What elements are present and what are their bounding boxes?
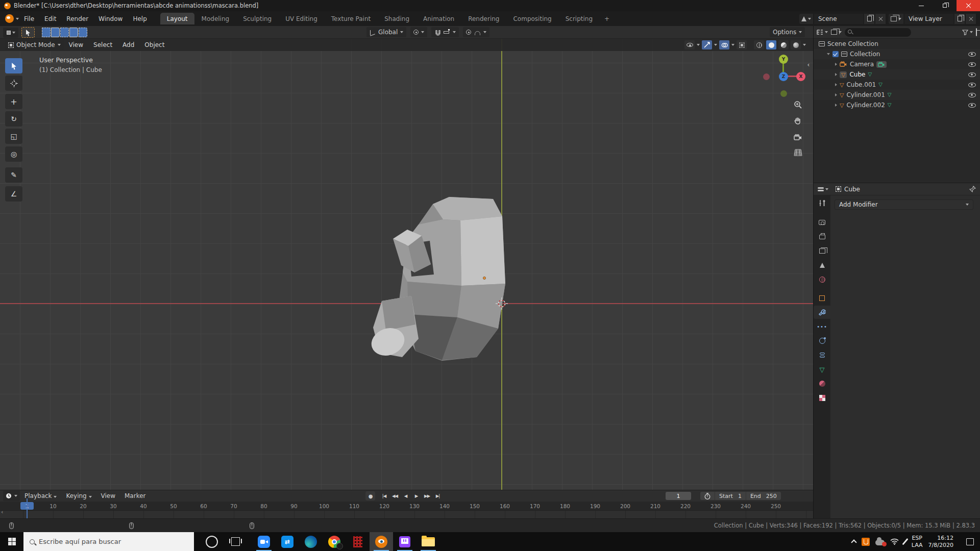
mask-model[interactable] [357,192,510,365]
viewlayer-name-field[interactable]: View Layer [904,14,953,24]
snap-toggle[interactable] [431,27,459,37]
tab-texture-paint[interactable]: Texture Paint [325,13,377,24]
clock[interactable]: 16:12 7/8/2020 [928,535,953,549]
outliner-row-cylinder-002[interactable]: ▽ Cylinder.002 ▽ [814,100,980,110]
tab-output[interactable] [814,230,830,243]
tab-animation[interactable]: Animation [416,13,461,24]
taskbar-app-misc[interactable] [346,532,370,551]
transform-orientation-dropdown[interactable]: Global [366,27,406,37]
taskbar-app-zoom[interactable] [252,532,276,551]
menu-help[interactable]: Help [128,13,152,24]
tab-scripting[interactable]: Scripting [559,13,599,24]
blender-menu-icon[interactable] [5,14,14,23]
tool-select-box[interactable] [5,58,22,73]
editor-type-dropdown[interactable] [3,491,20,501]
outliner-row-cube[interactable]: ▽ Cube ▽ [814,69,980,80]
start-frame-field[interactable]: Start1 [715,492,746,500]
xray-toggle[interactable] [737,40,747,49]
playhead[interactable] [27,498,28,519]
tab-layout[interactable]: Layout [160,13,194,24]
tab-tool[interactable] [814,196,830,210]
tab-modifiers[interactable] [814,306,830,319]
tab-object[interactable] [814,291,830,305]
camera-data-chip[interactable] [876,61,887,68]
tab-particles[interactable] [814,320,830,333]
collection-checkbox[interactable] [832,51,839,57]
gizmo-y-axis[interactable]: Y [779,55,788,64]
current-frame-field[interactable]: 1 [666,492,691,500]
timeline-collapse-arrow[interactable]: ‹ [1,509,3,515]
tab-rendering[interactable]: Rendering [461,13,506,24]
record-button[interactable]: ● [365,491,375,500]
tab-texture[interactable] [814,391,830,405]
tab-constraints[interactable] [814,348,830,362]
tab-material[interactable] [814,377,830,390]
select-mode-subtract[interactable] [60,28,69,37]
add-workspace-button[interactable]: + [600,13,614,24]
next-keyframe-button[interactable]: ▶▶ [422,491,432,500]
minimize-button[interactable] [910,0,933,11]
outliner-row-scene-collection[interactable]: Scene Collection [814,39,980,49]
tab-sculpting[interactable]: Sculpting [236,13,278,24]
taskbar-search-input[interactable] [39,538,177,545]
perspective-toggle-button[interactable] [792,147,803,158]
action-center-icon[interactable] [966,538,974,545]
new-collection-button[interactable] [976,29,977,36]
outliner-display-mode-dropdown[interactable] [817,29,828,35]
active-tool-dropdown[interactable] [3,28,18,38]
tab-compositing[interactable]: Compositing [506,13,558,24]
overlays-toggle[interactable] [719,40,729,49]
select-mode-new[interactable] [42,28,51,37]
taskbar-app-chrome[interactable] [323,532,346,551]
outliner-row-camera[interactable]: Camera [814,59,980,69]
auto-keying-timer[interactable] [700,492,715,500]
menu-file[interactable]: File [19,13,39,24]
timeline-menu-keying[interactable]: Keying [61,492,96,499]
select-mode-extend[interactable] [51,28,60,37]
hide-eye-icon[interactable] [968,62,976,67]
gizmo-y-negative[interactable] [780,90,787,97]
gizmos-toggle[interactable] [702,40,712,49]
gizmo-z-axis[interactable]: Z [779,72,788,81]
menu-edit[interactable]: Edit [39,13,61,24]
start-button[interactable] [0,532,23,551]
gizmo-x-axis[interactable]: X [796,72,805,81]
jump-to-end-button[interactable]: ▶| [433,491,443,500]
timeline-menu-marker[interactable]: Marker [120,492,150,499]
shading-solid-button[interactable] [766,40,776,49]
tab-scene[interactable] [814,259,830,272]
hide-eye-icon[interactable] [968,83,976,87]
scene-type-button[interactable] [799,14,813,24]
viewport-menu-select[interactable]: Select [88,41,117,48]
timeline-menu-view[interactable]: View [96,492,120,499]
expand-icon[interactable] [827,53,830,55]
zoom-button[interactable] [792,99,803,110]
menu-render[interactable]: Render [61,13,93,24]
task-view-button[interactable] [224,532,247,551]
select-mode-invert[interactable] [69,28,78,37]
taskbar-app-teamviewer[interactable]: ⇄ [276,532,299,551]
outliner-row-cube-001[interactable]: ▽ Cube.001 ▽ [814,80,980,90]
tab-uv-editing[interactable]: UV Editing [279,13,324,24]
jump-to-start-button[interactable]: |◀ [379,491,389,500]
viewport-menu-view[interactable]: View [64,41,88,48]
tab-object-data[interactable]: ▽ [814,363,830,376]
active-tool-select-box[interactable] [21,27,35,38]
expand-icon[interactable] [835,63,837,66]
outliner-filter-dropdown[interactable] [962,30,973,35]
outliner-row-collection[interactable]: Collection [814,49,980,59]
end-frame-field[interactable]: End250 [746,492,781,500]
tab-shading[interactable]: Shading [378,13,416,24]
shading-material-button[interactable] [778,40,789,49]
wifi-icon[interactable] [890,538,899,545]
tab-physics[interactable] [814,334,830,347]
outliner-search-input[interactable] [845,28,911,37]
pin-icon[interactable] [969,186,976,192]
hide-eye-icon[interactable] [968,72,976,77]
show-object-types-button[interactable] [684,40,695,49]
scene-name-field[interactable]: Scene [814,14,863,24]
taskbar-app-blender[interactable] [370,532,393,551]
expand-icon[interactable] [835,93,837,96]
timeline-tracks[interactable] [0,511,813,519]
mode-dropdown[interactable]: Object Mode [5,40,64,50]
